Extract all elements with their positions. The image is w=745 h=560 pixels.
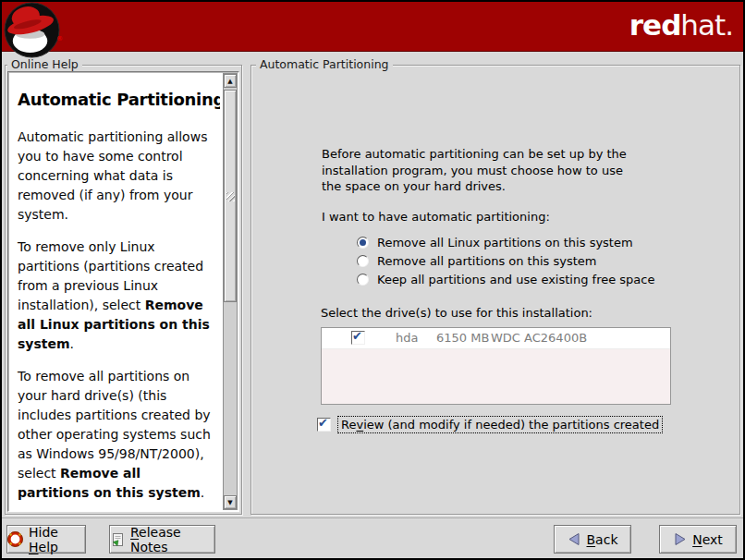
back-button[interactable]: Back: [554, 525, 631, 554]
help-p3-text: To remove all partitions on your hard dr…: [18, 369, 211, 481]
automatic-partitioning-frame: [250, 65, 740, 515]
redhat-shadowman-logo: [3, 1, 61, 59]
next-post: ext: [702, 532, 723, 547]
radio-remove-linux-partitions[interactable]: Remove all Linux partitions on this syst…: [357, 233, 654, 251]
review-label-pre: Re: [341, 418, 356, 432]
review-checkbox-label[interactable]: Review (and modify if needed) the partit…: [338, 417, 662, 432]
scroll-down-icon[interactable]: ▼: [224, 495, 237, 509]
radio-keep-all-partitions[interactable]: Keep all partitions and use existing fre…: [357, 270, 654, 288]
release-notes-post: elease Notes: [130, 525, 181, 554]
next-button[interactable]: Next: [659, 525, 737, 554]
drives-select-label: Select the drive(s) to use for this inst…: [321, 306, 592, 320]
radio-label: Remove all partitions on this system: [377, 254, 596, 268]
back-post: ack: [595, 532, 617, 547]
wordmark-hat: hat.: [680, 8, 733, 42]
help-text: Automatic Partitioning Automatic partiti…: [9, 73, 220, 510]
footer-separator: [2, 517, 743, 519]
online-help-frame-label: Online Help: [7, 57, 82, 71]
hide-help-button[interactable]: Hide Help: [6, 525, 86, 554]
redhat-wordmark: redhat.: [629, 8, 733, 42]
checkmark-icon: ✔: [352, 329, 362, 343]
radio-dot-icon: [360, 239, 366, 246]
wordmark-red: red: [629, 8, 681, 42]
release-notes-label: Release Notes: [130, 525, 214, 554]
drive-table: ✔ hda 6150 MB WDC AC26400B: [321, 327, 671, 405]
scrollbar-thumb[interactable]: [224, 90, 237, 302]
radio-button[interactable]: [357, 237, 369, 249]
main-frame-label: Automatic Partitioning: [256, 57, 393, 71]
intro-line: installation program, you must choose ho…: [322, 163, 627, 179]
release-notes-button[interactable]: Release Notes: [109, 525, 215, 554]
radio-button[interactable]: [357, 255, 369, 267]
drive-checkbox[interactable]: ✔: [351, 331, 365, 345]
back-mnemonic: B: [587, 532, 596, 547]
drive-device: hda: [396, 331, 418, 345]
radio-label: Keep all partitions and use existing fre…: [377, 273, 654, 286]
hide-help-pre: Hide: [29, 525, 58, 540]
scroll-up-icon[interactable]: ▲: [224, 74, 237, 88]
next-mnemonic: N: [692, 532, 702, 547]
help-p2-period: .: [70, 336, 74, 351]
radio-remove-all-partitions[interactable]: Remove all partitions on this system: [357, 251, 654, 270]
partitioning-question-label: I want to have automatic partitioning:: [322, 210, 550, 224]
help-paragraph-3: To remove all partitions on your hard dr…: [18, 367, 216, 503]
drive-size: 6150 MB: [436, 331, 489, 345]
checkmark-icon: ✔: [318, 416, 328, 430]
help-paragraph-2: To remove only Linux partitions (partiti…: [18, 237, 216, 354]
radio-button[interactable]: [357, 274, 369, 286]
partitioning-options: Remove all Linux partitions on this syst…: [357, 233, 654, 288]
next-label: Next: [692, 532, 723, 547]
radio-label: Remove all Linux partitions on this syst…: [377, 236, 633, 250]
back-arrow-icon: [568, 532, 581, 546]
drive-row-hda[interactable]: ✔ hda 6150 MB WDC AC26400B: [322, 328, 670, 349]
review-label-mnemonic: v: [356, 418, 363, 432]
review-checkbox[interactable]: ✔: [317, 418, 331, 432]
intro-line: Before automatic partitioning can be set…: [322, 146, 627, 163]
hide-help-post: elp: [39, 540, 58, 554]
intro-line: the space on your hard drives.: [322, 178, 627, 195]
review-partitions-option[interactable]: ✔ Review (and modify if needed) the part…: [317, 417, 662, 432]
help-scrollbar[interactable]: ▲ ▼: [223, 73, 238, 510]
review-label-post: iew (and modify if needed) the partition…: [363, 418, 659, 432]
hide-help-label: Hide Help: [29, 525, 85, 554]
back-label: Back: [587, 532, 618, 547]
scrollbar-grip: [226, 192, 235, 201]
life-preserver-icon: [7, 531, 23, 547]
release-notes-mnemonic: R: [130, 525, 139, 540]
installer-window: ® redhat. Online Help Automatic Partitio…: [0, 0, 745, 560]
help-p3-period: .: [201, 485, 204, 500]
intro-text: Before automatic partitioning can be set…: [322, 146, 627, 195]
help-title: Automatic Partitioning: [18, 90, 216, 109]
drive-model: WDC AC26400B: [491, 331, 587, 345]
next-arrow-icon: [673, 532, 687, 546]
hide-help-mnemonic: H: [29, 540, 39, 554]
help-paragraph-1: Automatic partitioning allows you to hav…: [18, 128, 216, 225]
trademark-symbol: ®: [56, 35, 63, 43]
release-notes-icon: [110, 532, 125, 547]
